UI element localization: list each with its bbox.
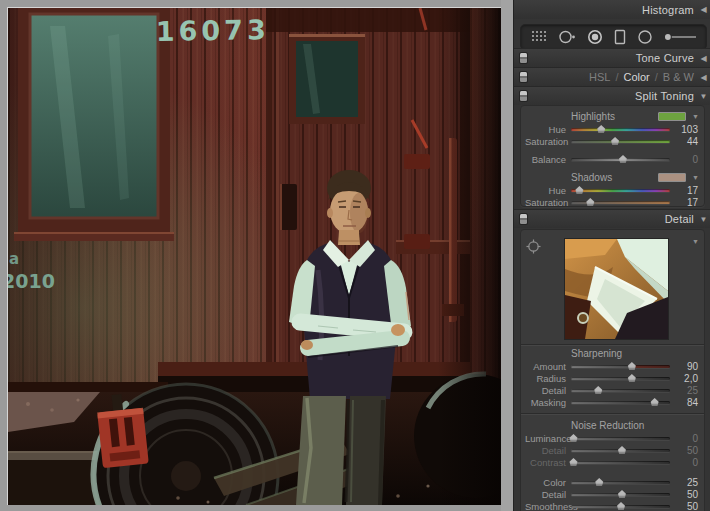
tab-bw[interactable]: B & W (663, 71, 694, 83)
detail-preview-zone: ▼ (525, 232, 700, 342)
slider-thumb[interactable] (597, 125, 606, 133)
slider-thumb[interactable] (627, 374, 636, 382)
slider-thumb[interactable] (595, 478, 604, 486)
slider-thumb[interactable] (617, 502, 626, 510)
photo-canvas[interactable]: 16073 а 2010 (7, 7, 503, 505)
slider-track (571, 128, 670, 131)
sharpen-detail-slider[interactable] (571, 385, 670, 395)
panel-switch-icon[interactable] (520, 72, 527, 82)
panel-switch-icon[interactable] (520, 214, 527, 224)
detail-value: 50 (670, 445, 700, 456)
slider-thumb[interactable] (569, 458, 578, 466)
slider-track (571, 461, 670, 464)
shadows-hue-slider[interactable] (571, 185, 670, 195)
contrast-label: Contrast (525, 457, 571, 468)
color-slider[interactable] (571, 477, 670, 487)
luminance-slider[interactable] (571, 433, 670, 443)
slider-track (571, 140, 670, 143)
slider-thumb[interactable] (569, 434, 578, 442)
slider-track (571, 365, 670, 368)
graduated-filter-icon[interactable] (614, 29, 626, 45)
develop-right-panel: Histogram ◀ (513, 0, 710, 511)
highlights-color-swatch[interactable] (658, 112, 686, 121)
slider-thumb[interactable] (650, 398, 659, 406)
slider-track (571, 189, 670, 192)
lightroom-develop-view: 16073 а 2010 (0, 0, 710, 511)
photo: 16073 а 2010 (8, 8, 502, 505)
undercarriage (8, 362, 502, 505)
amount-row: Amount 90 (525, 360, 700, 372)
adjustment-brush-icon[interactable] (664, 29, 697, 45)
zoom-target-icon[interactable] (526, 239, 541, 258)
slider-thumb[interactable] (617, 490, 626, 498)
detail-label: Detail (525, 445, 571, 456)
tab-hsl[interactable]: HSL (589, 71, 610, 83)
expand-icon[interactable]: ▼ (692, 174, 699, 181)
crop-overlay-icon[interactable] (530, 29, 547, 45)
collapse-icon[interactable]: ◀ (699, 5, 708, 14)
shadows-label: Shadows (571, 172, 612, 183)
highlights-saturation-slider[interactable] (571, 136, 670, 146)
shadows-saturation-slider[interactable] (571, 197, 670, 207)
slider-track (571, 481, 670, 484)
highlights-hue-slider[interactable] (571, 124, 670, 134)
radial-filter-icon[interactable] (637, 29, 653, 45)
panel-switch-icon[interactable] (520, 53, 527, 63)
detail-panel-header[interactable]: Detail ▼ (514, 209, 710, 228)
red-eye-icon[interactable] (587, 29, 603, 45)
smoothness-label: Smoothness (525, 501, 571, 511)
collapse-icon[interactable]: ◀ (699, 73, 708, 82)
slider-thumb[interactable] (575, 186, 584, 194)
slider-thumb[interactable] (594, 386, 603, 394)
contrast-slider[interactable] (571, 457, 670, 467)
smoothness-slider[interactable] (571, 501, 670, 511)
separator: / (655, 71, 658, 83)
color-detail-slider[interactable] (571, 489, 670, 499)
sharpen-preview-thumbnail[interactable] (564, 238, 669, 340)
slider-thumb[interactable] (586, 198, 595, 206)
panel-switch-icon[interactable] (520, 91, 527, 101)
tone-curve-panel-header[interactable]: Tone Curve ◀ (514, 48, 710, 67)
shadows-color-swatch[interactable] (658, 173, 686, 182)
highlights-saturation-row: Saturation 44 (525, 135, 700, 147)
expand-icon[interactable]: ▼ (699, 92, 708, 101)
contrast-row: Contrast 0 (525, 456, 700, 468)
hsl-color-bw-panel-header[interactable]: HSL / Color / B & W ◀ (514, 67, 710, 86)
luminance-detail-slider[interactable] (571, 445, 670, 455)
tool-strip (520, 24, 707, 50)
amount-slider[interactable] (571, 361, 670, 371)
split-toning-panel-header[interactable]: Split Toning ▼ (514, 86, 710, 105)
detail-label: Detail (525, 489, 571, 500)
saturation-value: 44 (670, 136, 700, 147)
panel-scroll-gutter[interactable] (501, 0, 513, 511)
spot-removal-icon[interactable] (558, 29, 576, 45)
slider-thumb[interactable] (627, 362, 636, 370)
luminance-value: 0 (670, 433, 700, 444)
slider-thumb[interactable] (611, 137, 620, 145)
balance-slider[interactable] (571, 154, 670, 164)
masking-slider[interactable] (571, 397, 670, 407)
histogram-panel-header[interactable]: Histogram ◀ (514, 0, 710, 19)
smoothness-row: Smoothness 50 (525, 500, 700, 511)
tab-color[interactable]: Color (623, 71, 649, 83)
slider-thumb[interactable] (618, 155, 627, 163)
radius-label: Radius (525, 373, 571, 384)
amount-label: Amount (525, 361, 571, 372)
hue-label: Hue (525, 185, 571, 196)
train-window (14, 8, 174, 241)
expand-icon[interactable]: ▼ (692, 238, 699, 245)
expand-icon[interactable]: ▼ (699, 215, 708, 224)
slider-thumb[interactable] (617, 446, 626, 454)
color-detail-row: Detail 50 (525, 488, 700, 500)
expand-icon[interactable]: ▼ (692, 113, 699, 120)
collapse-icon[interactable]: ◀ (699, 54, 708, 63)
saturation-value: 17 (670, 197, 700, 208)
color-row: Color 25 (525, 476, 700, 488)
luminance-row: Luminance 0 (525, 432, 700, 444)
year-stencil: 2010 (8, 270, 55, 292)
shadows-group-header: Shadows ▼ (525, 171, 700, 184)
balance-value: 0 (670, 154, 700, 165)
radius-slider[interactable] (571, 373, 670, 383)
highlights-label: Highlights (571, 111, 615, 122)
detail-title: Detail (665, 213, 694, 225)
